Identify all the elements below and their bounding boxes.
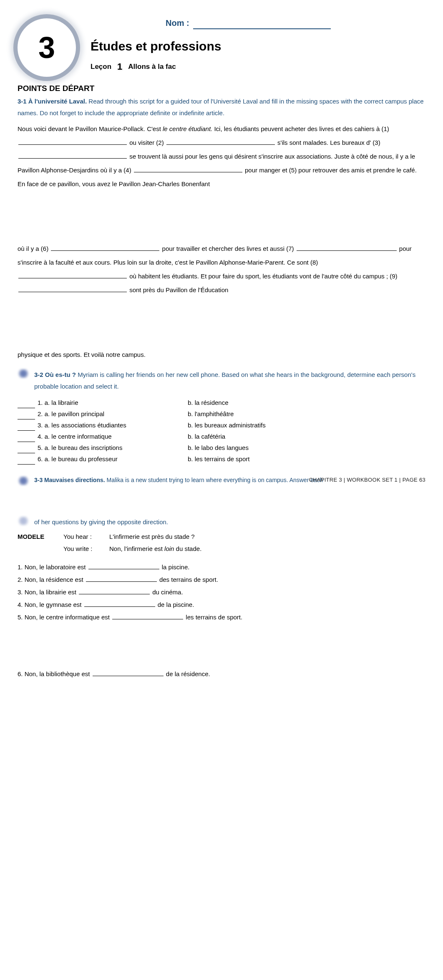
section-heading-points-de-depart: POINTS DE DÉPART bbox=[18, 83, 425, 95]
mc-answer-blank[interactable] bbox=[18, 453, 35, 465]
fill-pre: 1. Non, le laboratoire est bbox=[18, 563, 88, 571]
fill-blank[interactable] bbox=[88, 563, 159, 569]
blank-3[interactable] bbox=[18, 152, 127, 159]
fill-post: les terrains de sport. bbox=[184, 614, 242, 621]
fill-pre: 3. Non, la librairie est bbox=[18, 589, 78, 596]
fill6-blank[interactable] bbox=[93, 670, 164, 676]
lecon-label: Leçon bbox=[91, 61, 111, 72]
lecon-number: 1 bbox=[117, 60, 122, 73]
fill-blank[interactable] bbox=[86, 576, 157, 582]
lecon-title: Allons à la fac bbox=[128, 61, 176, 72]
audio-icon bbox=[18, 516, 29, 525]
mc-option-b: b. les bureaux administratifs bbox=[188, 419, 425, 431]
ex33-desc-part2: of her questions by giving the opposite … bbox=[34, 518, 168, 525]
fill-line: 5. Non, le centre informatique est les t… bbox=[18, 611, 425, 624]
mc-answer-blank[interactable] bbox=[18, 397, 35, 408]
mc-answer-blank[interactable] bbox=[18, 408, 35, 419]
ex31-p2e: sont près du Pavillon de l'Éducation bbox=[128, 286, 228, 293]
fill-line: 3. Non, la librairie est du cinéma. bbox=[18, 586, 425, 599]
audio-icon bbox=[18, 369, 29, 378]
ex31-p2d: où habitent les étudiants. Et pour faire… bbox=[128, 273, 398, 280]
ex32-heading: 3-2 Où es-tu ? Myriam is calling her fri… bbox=[34, 369, 425, 393]
mc-option-a: 1. a. la librairie bbox=[38, 397, 188, 408]
ex31-heading: 3-1 À l'université Laval. Read through t… bbox=[18, 96, 425, 119]
fill-pre: 5. Non, le centre informatique est bbox=[18, 614, 111, 621]
fill-post: de la piscine. bbox=[156, 601, 194, 608]
ex31-p1d: ou visiter (2) bbox=[128, 139, 166, 146]
mc-row: 6. a. le bureau du professeurb. les terr… bbox=[18, 453, 425, 465]
modele-write-text: Non, l'infirmerie est loin du stade. bbox=[109, 544, 425, 554]
blank-9[interactable] bbox=[18, 286, 127, 292]
ex31-para2: où il y a (6) pour travailler et cherche… bbox=[18, 242, 425, 297]
fill6-pre: 6. Non, la bibliothèque est bbox=[18, 670, 92, 677]
blank-4[interactable] bbox=[134, 166, 242, 172]
page-header: 3 Nom : Études et professions Leçon 1 Al… bbox=[18, 17, 425, 77]
nom-blank[interactable] bbox=[193, 28, 331, 29]
fill-post: du cinéma. bbox=[151, 589, 183, 596]
modele-write-post: du stade. bbox=[174, 545, 201, 552]
mc-row: 1. a. la librairieb. la résidence bbox=[18, 397, 425, 408]
chapter-title: Études et professions bbox=[91, 37, 425, 56]
fill-line: 1. Non, le laboratoire est la piscine. bbox=[18, 561, 425, 573]
modele-label: MODELE bbox=[18, 532, 63, 542]
blank-2[interactable] bbox=[166, 139, 275, 145]
mc-answer-blank[interactable] bbox=[18, 419, 35, 431]
mc-option-b: b. la résidence bbox=[188, 397, 425, 408]
blank-6[interactable] bbox=[51, 245, 159, 251]
mc-option-b: b. les terrains de sport bbox=[188, 453, 425, 465]
mc-option-b: b. la cafétéria bbox=[188, 431, 425, 442]
ex32-desc: Myriam is calling her friends on her new… bbox=[34, 371, 415, 390]
ex31-p1e: s'ils sont malades. Les bureaux d' (3) bbox=[276, 139, 380, 146]
ex32-choice-list: 1. a. la librairieb. la résidence 2. a. … bbox=[18, 397, 425, 465]
modele-write-pre: Non, l'infirmerie est bbox=[109, 545, 164, 552]
mc-option-b: b. le labo des langues bbox=[188, 442, 425, 453]
exercise-3-3-cont: of her questions by giving the opposite … bbox=[18, 516, 425, 528]
ex31-title: 3-1 À l'université Laval. bbox=[18, 98, 87, 105]
fill-post: des terrains de sport. bbox=[158, 576, 218, 583]
ex31-p1a: Nous voici devant le Pavillon Maurice-Po… bbox=[18, 125, 163, 132]
fill-line: 4. Non, le gymnase est de la piscine. bbox=[18, 599, 425, 611]
mc-option-a: 4. a. le centre informatique bbox=[38, 431, 188, 442]
chapter-number: 3 bbox=[38, 25, 55, 70]
ex33-fill-list: 1. Non, le laboratoire est la piscine.2.… bbox=[18, 561, 425, 624]
chapter-badge: 3 bbox=[18, 18, 76, 77]
fill-blank[interactable] bbox=[84, 601, 155, 607]
mc-answer-blank[interactable] bbox=[18, 431, 35, 442]
mc-answer-blank[interactable] bbox=[18, 442, 35, 453]
ex33-desc-part2-wrap: of her questions by giving the opposite … bbox=[34, 516, 425, 528]
ex31-p1b: le centre étudiant. bbox=[163, 125, 212, 132]
ex33-modele: MODELE You hear : L'infirmerie est près … bbox=[18, 532, 425, 553]
nom-line: Nom : bbox=[166, 17, 425, 29]
modele-write-italic: loin bbox=[164, 545, 174, 552]
exercise-3-3-heading: 3-3 Mauvaises directions. Malika is a ne… bbox=[18, 476, 425, 485]
blank-7[interactable] bbox=[297, 245, 397, 251]
fill6-post: de la résidence. bbox=[164, 670, 210, 677]
ex33-title: 3-3 Mauvaises directions. bbox=[34, 477, 105, 483]
mc-option-a: 5. a. le bureau des inscriptions bbox=[38, 442, 188, 453]
mc-row: 3. a. les associations étudiantesb. les … bbox=[18, 419, 425, 431]
fill-pre: 4. Non, le gymnase est bbox=[18, 601, 83, 608]
blank-1[interactable] bbox=[18, 139, 127, 145]
ex33-heading: 3-3 Mauvaises directions. Malika is a ne… bbox=[34, 476, 425, 485]
ex31-para3: physique et des sports. Et voilà notre c… bbox=[18, 348, 425, 361]
ex31-p2b: pour travailler et chercher des livres e… bbox=[160, 245, 295, 252]
blank-8[interactable] bbox=[18, 272, 127, 278]
ex31-p1c: Ici, les étudiants peuvent acheter des l… bbox=[212, 125, 389, 132]
modele-hear-text: L'infirmerie est près du stade ? bbox=[109, 532, 425, 542]
ex31-p2a: où il y a (6) bbox=[18, 245, 50, 252]
lecon-line: Leçon 1 Allons à la fac bbox=[91, 60, 425, 73]
modele-write-label: You write : bbox=[63, 544, 109, 554]
ex33-fill-6: 6. Non, la bibliothèque est de la réside… bbox=[18, 669, 425, 679]
fill-blank[interactable] bbox=[79, 588, 150, 594]
modele-row-hear: MODELE You hear : L'infirmerie est près … bbox=[18, 532, 425, 542]
mc-row: 5. a. le bureau des inscriptionsb. le la… bbox=[18, 442, 425, 453]
mc-option-b: b. l'amphithéâtre bbox=[188, 408, 425, 419]
audio-icon bbox=[18, 476, 29, 485]
fill-pre: 2. Non, la résidence est bbox=[18, 576, 85, 583]
fill-blank[interactable] bbox=[112, 613, 183, 619]
ex31-para1: Nous voici devant le Pavillon Maurice-Po… bbox=[18, 122, 425, 191]
exercise-3-1: 3-1 À l'université Laval. Read through t… bbox=[18, 96, 425, 361]
page-footer-overlay: CHAPITRE 3 | WORKBOOK SET 1 | PAGE 63 bbox=[309, 476, 425, 484]
nom-label: Nom : bbox=[166, 18, 189, 28]
ex32-title: 3-2 Où es-tu ? bbox=[34, 371, 76, 378]
